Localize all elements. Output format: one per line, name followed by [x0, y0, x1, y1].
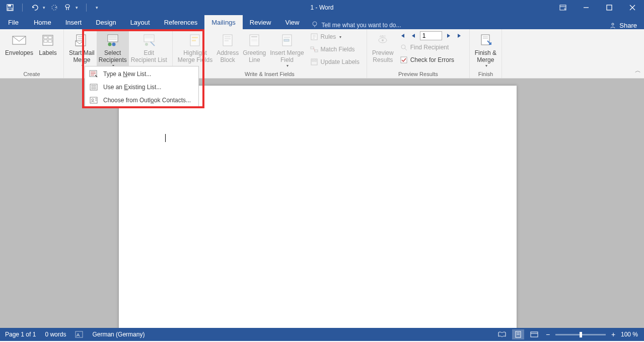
preview-stack: Find Recipient Check for Errors: [396, 30, 466, 71]
preview-results-label: PreviewResults: [372, 49, 394, 63]
insert-merge-field-button[interactable]: Insert MergeField ▾: [268, 30, 306, 71]
read-mode-icon[interactable]: [496, 329, 508, 339]
zoom-out-button[interactable]: −: [544, 330, 551, 338]
find-recipient-label: Find Recipient: [410, 44, 449, 51]
update-labels-icon: [310, 58, 318, 66]
zoom-thumb[interactable]: [580, 332, 582, 337]
finish-merge-icon: [477, 32, 493, 48]
address-block-button[interactable]: AddressBlock: [214, 30, 241, 71]
edit-recipient-list-label: EditRecipient List: [131, 49, 167, 63]
collapse-ribbon-icon[interactable]: ︿: [635, 66, 641, 75]
find-recipient-button[interactable]: Find Recipient: [398, 42, 464, 53]
svg-rect-23: [108, 35, 118, 42]
outlook-contacts-icon: [89, 96, 98, 105]
check-for-errors-button[interactable]: Check for Errors: [398, 54, 464, 65]
finish-merge-button[interactable]: Finish &Merge ▾: [473, 30, 498, 71]
preview-results-icon: ABC: [375, 32, 391, 48]
group-finish-label: Finish: [478, 70, 493, 78]
highlight-icon: [187, 32, 203, 48]
close-icon[interactable]: [621, 0, 644, 15]
tell-me-search[interactable]: Tell me what you want to do...: [306, 21, 401, 29]
ribbon-display-icon[interactable]: [551, 0, 575, 15]
start-mail-merge-icon: [74, 32, 90, 48]
touch-mode-icon[interactable]: [63, 4, 71, 12]
svg-point-28: [112, 43, 115, 46]
record-input[interactable]: [420, 31, 442, 40]
svg-text:ABC: ABC: [380, 35, 386, 38]
maximize-icon[interactable]: [598, 0, 621, 15]
quick-access-toolbar: ▾ ▾ ▾: [0, 4, 98, 12]
zoom-slider[interactable]: [555, 334, 606, 335]
tab-layout[interactable]: Layout: [123, 15, 157, 29]
envelopes-label: Envelopes: [5, 49, 33, 56]
tell-me-placeholder: Tell me what you want to do...: [321, 22, 401, 29]
web-layout-icon[interactable]: [528, 329, 540, 339]
tab-mailings[interactable]: Mailings: [204, 15, 243, 29]
address-block-label: AddressBlock: [217, 49, 239, 63]
insert-merge-field-icon: [279, 32, 295, 48]
type-new-list-icon: [89, 70, 98, 79]
greeting-line-icon: [246, 32, 262, 48]
match-fields-label: Match Fields: [321, 46, 355, 53]
tab-references[interactable]: References: [157, 15, 204, 29]
start-mail-merge-button[interactable]: Start MailMerge ▾: [67, 30, 97, 71]
svg-point-27: [108, 43, 111, 46]
redo-icon[interactable]: [50, 4, 58, 12]
match-fields-button[interactable]: Match Fields: [308, 44, 362, 55]
menu-use-existing-list-label: Use an Existing List...: [103, 84, 161, 91]
language-status[interactable]: German (Germany): [92, 331, 145, 338]
tab-view[interactable]: View: [278, 15, 306, 29]
minimize-icon[interactable]: [575, 0, 598, 15]
highlight-merge-fields-button[interactable]: HighlightMerge Fields: [176, 30, 214, 71]
share-button[interactable]: Share: [602, 22, 644, 29]
prev-record-icon[interactable]: [409, 31, 418, 40]
undo-icon[interactable]: [31, 4, 39, 12]
tab-insert[interactable]: Insert: [58, 15, 89, 29]
qat-customize-dropdown[interactable]: ▾: [96, 5, 98, 10]
svg-rect-2: [8, 8, 12, 10]
tab-review[interactable]: Review: [243, 15, 278, 29]
find-recipient-icon: [400, 43, 408, 51]
undo-dropdown[interactable]: ▾: [43, 5, 45, 10]
preview-results-button[interactable]: ABC PreviewResults: [370, 30, 396, 71]
page-count[interactable]: Page 1 of 1: [5, 331, 36, 338]
update-labels-label: Update Labels: [321, 58, 360, 65]
greeting-line-button[interactable]: GreetingLine: [241, 30, 268, 71]
last-record-icon[interactable]: [455, 31, 464, 40]
svg-rect-34: [192, 37, 198, 38]
svg-point-10: [313, 22, 317, 26]
document-area[interactable]: [0, 79, 644, 328]
svg-rect-68: [76, 331, 83, 337]
group-create: Envelopes Labels Create: [0, 29, 64, 78]
use-existing-list-icon: [89, 83, 98, 92]
document-page[interactable]: [119, 86, 517, 328]
chevron-down-icon: ▾: [485, 63, 487, 68]
select-recipients-button[interactable]: SelectRecipients ▾: [97, 30, 129, 71]
word-count[interactable]: 0 words: [45, 331, 66, 338]
menu-choose-outlook-contacts[interactable]: Choose from Outlook Contacts...: [85, 94, 198, 107]
menu-use-existing-list[interactable]: Use an Existing List...: [85, 81, 198, 94]
qat-separator: [22, 4, 23, 12]
svg-rect-14: [43, 35, 53, 45]
menu-type-new-list[interactable]: Type a New List...: [85, 67, 198, 81]
print-layout-icon[interactable]: [512, 329, 524, 339]
spell-check-icon[interactable]: [75, 331, 83, 338]
first-record-icon[interactable]: [398, 31, 407, 40]
save-icon[interactable]: [6, 4, 14, 12]
zoom-in-button[interactable]: +: [610, 330, 617, 338]
touch-dropdown[interactable]: ▾: [76, 5, 78, 10]
tab-home[interactable]: Home: [27, 15, 58, 29]
labels-button[interactable]: Labels: [35, 30, 60, 71]
group-preview-results: ABC PreviewResults Find Recipient Check …: [367, 29, 470, 78]
svg-rect-46: [284, 39, 289, 41]
envelopes-button[interactable]: Envelopes: [3, 30, 35, 71]
update-labels-button[interactable]: Update Labels: [308, 56, 362, 67]
zoom-level[interactable]: 100 %: [621, 331, 638, 338]
share-icon: [609, 22, 616, 29]
rules-button[interactable]: Rules▾: [308, 31, 362, 42]
tab-file[interactable]: File: [0, 15, 27, 29]
highlight-merge-fields-label: HighlightMerge Fields: [178, 49, 212, 63]
edit-recipient-list-button[interactable]: EditRecipient List: [129, 30, 169, 71]
tab-design[interactable]: Design: [89, 15, 123, 29]
next-record-icon[interactable]: [444, 31, 453, 40]
